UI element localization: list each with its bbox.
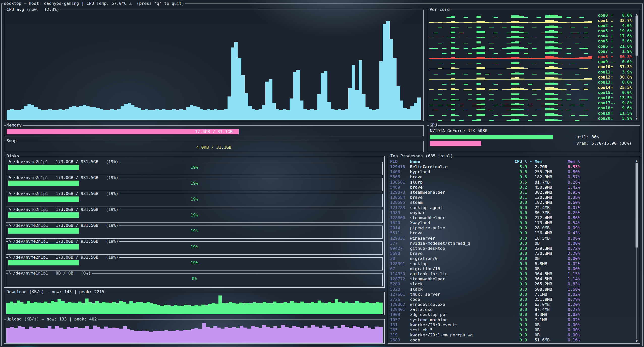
process-pid: 5511	[390, 231, 410, 236]
process-pid: 99427	[390, 246, 410, 251]
process-row[interactable]: 131kworker/26:0-events0.00B0.00%	[390, 323, 634, 328]
process-row[interactable]: 2726code0.0251.8MB0.79%	[390, 297, 634, 302]
process-row[interactable]: 265scsi_eh_50.00B0.00%	[390, 328, 634, 333]
process-memp: 0.16%	[568, 338, 600, 343]
process-row[interactable]: 2683code0.051.6MB0.16%	[390, 338, 634, 343]
process-row[interactable]: 5320slack0.0508.8MB1.60%	[390, 287, 634, 292]
scroll-up-icon[interactable]: ▲	[636, 13, 638, 16]
process-row[interactable]: 128800steamwebhelper0.0272.4MB0.86%	[390, 215, 634, 220]
process-row[interactable]: 1408Hyprland0.6255.7MB0.80%	[390, 169, 634, 175]
process-memp: 0.00%	[568, 241, 600, 246]
process-memp: 0.00%	[568, 256, 600, 261]
process-row[interactable]: 99427github-desktop0.0229.3MB0.72%	[390, 246, 634, 251]
process-row[interactable]: 121783socktop_agent0.022.4MB0.07%	[390, 205, 634, 210]
process-cpu: 0.0	[511, 338, 527, 343]
memory-panel: Memory 17.4GB / 31.1GB	[4, 123, 424, 136]
core-pct: 19.6%	[616, 29, 632, 34]
process-row[interactable]: 129362winedevice.exe0.063.0MB0.20%	[390, 302, 634, 307]
process-row[interactable]: 5469brave0.2450.9MB1.42%	[390, 185, 634, 190]
process-mem: 51.6MB	[535, 338, 568, 343]
core-pct: 11.5%	[616, 111, 632, 116]
scroll-up-icon[interactable]: ▲	[636, 159, 638, 163]
process-pid: 1620	[390, 220, 410, 226]
core-pct: 4.0%	[616, 23, 632, 28]
disk-item: ϟ/dev/nvme2n1p1 173.0GB / 931.5GB (19%)1…	[6, 223, 383, 239]
process-row[interactable]: 67migration/160.00B0.00%	[390, 266, 634, 271]
disk-label: ϟ/dev/nvme2n1p1 173.0GB / 931.5GB (19%)	[8, 223, 119, 228]
process-row[interactable]: 129073steamwebhelper0.1302.9MB0.95%	[390, 190, 634, 195]
core-label: cpu1↓32.7%	[598, 18, 632, 23]
process-memp: 0.20%	[568, 302, 600, 307]
cpu-avg-chart	[7, 14, 421, 120]
process-row[interactable]: 127661tmux: server0.07.1MB0.02%	[390, 292, 634, 297]
process-memp: 0.54%	[568, 220, 600, 226]
process-row[interactable]: 5568brave0.5182.9MB0.57%	[390, 175, 634, 180]
process-cpu: 0.0	[511, 317, 527, 323]
process-cpu: 0.2	[511, 185, 527, 190]
process-row[interactable]: 1057systemd-machine0.07.1MB0.02%	[390, 317, 634, 323]
process-cpu: 0.0	[511, 256, 527, 261]
process-row[interactable]: 128772steamwebhelper0.0364.5MB1.14%	[390, 277, 634, 282]
disk-item: ϟ/dev/nvme2n1p1 173.0GB / 931.5GB (19%)1…	[6, 239, 383, 255]
scrollbar-thumb[interactable]	[636, 16, 638, 56]
core-pct: 3.9%	[616, 70, 632, 75]
process-row[interactable]: 130581slurp0.581.7MB0.26%	[390, 180, 634, 185]
col-header-dot[interactable]: •	[527, 159, 535, 164]
process-name: Xwayland	[410, 220, 511, 226]
process-row[interactable]: 128391socktop0.06.8MB0.02%	[390, 261, 634, 266]
process-row[interactable]: 5511brave0.0136.4MB0.43%	[390, 231, 634, 236]
process-name: RelicCardinal.e	[410, 164, 511, 169]
core-label: cpu20↓5.9%	[598, 116, 632, 121]
process-pid: 128800	[390, 215, 410, 220]
process-name: code	[410, 297, 511, 302]
core-sparkline	[429, 106, 598, 111]
process-name: socktop	[410, 261, 511, 266]
process-row[interactable]: 1620Xwayland0.0173.4MB0.54%	[390, 220, 634, 226]
process-row[interactable]: 128595steam0.0192.4MB0.60%	[390, 200, 634, 205]
core-name: cpu6	[598, 44, 611, 49]
process-cpu: 0.0	[511, 312, 527, 317]
core-row-cpu17: cpu17--9.8%	[429, 101, 632, 106]
core-arrow: ↓	[611, 18, 616, 23]
process-row[interactable]: 114330outlook-for-lin0.0364.5MB1.15%	[390, 271, 634, 277]
process-row[interactable]: 5280slack0.0265.2MB0.83%	[390, 282, 634, 287]
col-header-cpu[interactable]: CPU %	[511, 159, 527, 164]
process-mem: 9.3MB	[535, 312, 568, 317]
scroll-down-icon[interactable]: ▼	[636, 339, 638, 343]
process-mem: 182.9MB	[535, 175, 568, 180]
process-row[interactable]: 130584brave0.1120.3MB0.38%	[390, 195, 634, 200]
process-row[interactable]: 129418RelicCardinal.e3.92.7GB8.53%	[390, 164, 634, 169]
disk-item: ϟ/dev/nvme2n1p1 173.0GB / 931.5GB (19%)1…	[6, 255, 383, 270]
core-row-cpu7: cpu7↓1.9%	[429, 49, 632, 54]
core-arrow: ↑	[611, 95, 616, 101]
process-name: socktop_agent	[410, 205, 511, 210]
process-row[interactable]: 5690brave0.0730.3MB2.29%	[390, 251, 634, 256]
process-row[interactable]: 129331wineserver0.018.5MB0.06%	[390, 236, 634, 241]
scroll-down-icon[interactable]: ▼	[636, 117, 638, 120]
disk-usage-gauge: 19%	[8, 228, 380, 234]
core-label: cpu18↑9.6%	[598, 106, 632, 111]
process-cpu: 0.0	[511, 297, 527, 302]
process-row[interactable]: 319kworker/29:1-mm_percpu_wq0.00B0.00%	[390, 333, 634, 338]
memory-title: Memory	[6, 123, 23, 128]
core-name: cpu16	[598, 95, 611, 101]
core-row-cpu11: cpu11↓3.9%	[429, 69, 632, 75]
process-row[interactable]: 1909xdg-desktop-por0.09.3MB0.03%	[390, 312, 634, 317]
core-label: cpu14↑25.5%	[598, 85, 632, 90]
scrollbar-thumb[interactable]	[636, 163, 638, 247]
core-sparkline	[429, 85, 598, 90]
percore-scrollbar[interactable]: ▲ ▼	[635, 13, 639, 120]
core-sparkline	[429, 70, 598, 75]
process-memp: 0.09%	[568, 226, 600, 231]
process-row[interactable]: 1989waybar0.080.3MB0.25%	[390, 210, 634, 215]
processes-scrollbar[interactable]: ▲ ▼	[635, 159, 639, 343]
process-row[interactable]: 2014pipewire-pulse0.028.0MB0.09%	[390, 226, 634, 231]
process-mem: 0B	[535, 256, 568, 261]
process-row[interactable]: 20migration/00.00B0.00%	[390, 256, 634, 261]
process-row[interactable]: 129401xalia.exe0.087.4MB0.27%	[390, 307, 634, 312]
core-name: cpu8	[598, 54, 611, 59]
disk-label: ϟ/dev/nvme2n1p1 173.0GB / 931.5GB (19%)	[8, 191, 119, 196]
core-arrow: ↑	[611, 75, 616, 80]
process-row[interactable]: 377nvidia-modeset/kthread_q0.00B0.00%	[390, 241, 634, 246]
process-memp: 1.42%	[568, 185, 600, 190]
